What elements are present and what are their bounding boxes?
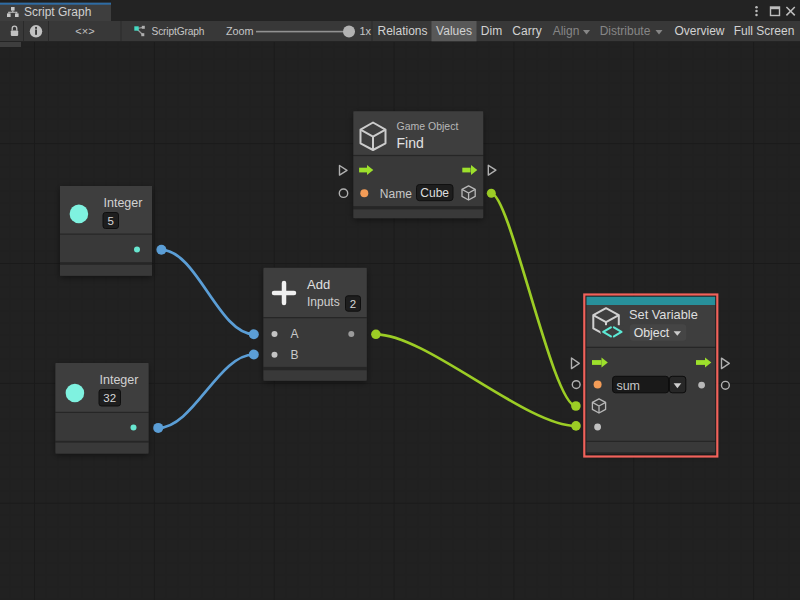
svg-text:1x: 1x xyxy=(360,25,372,37)
svg-text:Full Screen: Full Screen xyxy=(734,24,795,38)
svg-text:B: B xyxy=(291,348,299,362)
svg-text:Align: Align xyxy=(553,24,580,38)
svg-text:32: 32 xyxy=(103,392,116,404)
svg-text:Game Object: Game Object xyxy=(397,120,459,132)
svg-text:Relations: Relations xyxy=(377,24,427,38)
svg-text:Integer: Integer xyxy=(100,373,139,387)
svg-text:Carry: Carry xyxy=(512,24,541,38)
svg-text:Script Graph: Script Graph xyxy=(24,5,91,19)
svg-text:sum: sum xyxy=(616,379,640,393)
svg-text:Zoom: Zoom xyxy=(226,25,254,37)
svg-text:Cube: Cube xyxy=(420,186,449,200)
svg-text:Dim: Dim xyxy=(481,24,502,38)
svg-text:Inputs: Inputs xyxy=(307,295,340,309)
svg-text:ScriptGraph: ScriptGraph xyxy=(152,26,205,37)
svg-text:A: A xyxy=(291,327,299,341)
svg-text:Add: Add xyxy=(307,277,330,292)
svg-text:Find: Find xyxy=(397,135,424,151)
svg-text:Values: Values xyxy=(436,24,472,38)
svg-text:Integer: Integer xyxy=(104,196,143,210)
svg-text:Object: Object xyxy=(634,326,670,340)
svg-text:Set Variable: Set Variable xyxy=(629,307,698,322)
svg-text:2: 2 xyxy=(350,298,356,310)
svg-text:<×>: <×> xyxy=(75,25,94,37)
svg-text:Distribute: Distribute xyxy=(600,24,651,38)
svg-text:5: 5 xyxy=(107,215,113,227)
svg-text:Name: Name xyxy=(380,187,412,201)
svg-text:Overview: Overview xyxy=(674,24,724,38)
